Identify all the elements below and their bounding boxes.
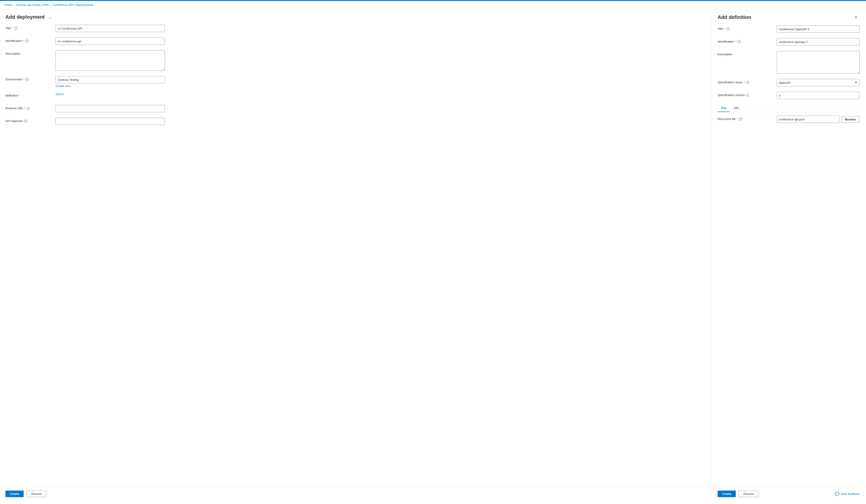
environment-row: Environment * i Create new bbox=[5, 76, 706, 88]
chevron-icon-2: › bbox=[50, 4, 51, 7]
browse-button[interactable]: Browse bbox=[841, 116, 859, 123]
runtime-url-control bbox=[56, 105, 706, 112]
feedback-icon: 💬 bbox=[835, 492, 839, 496]
description-textarea[interactable] bbox=[56, 50, 165, 71]
breadcrumb: Home › contoso-api-center | APIs › Confe… bbox=[0, 1, 866, 9]
left-panel-title: Add deployment bbox=[5, 14, 45, 20]
breadcrumb-home[interactable]: Home bbox=[4, 3, 12, 7]
right-description-row: Description bbox=[718, 51, 859, 75]
definition-select-link[interactable]: Select bbox=[56, 92, 64, 96]
right-identification-row: Identification * i bbox=[718, 38, 859, 46]
environment-required: * bbox=[23, 78, 24, 81]
right-panel-footer: Create Discard 💬 Give feedback bbox=[711, 487, 866, 501]
tab-url[interactable]: URL bbox=[730, 104, 743, 112]
environment-control: Create new bbox=[56, 76, 706, 88]
right-identification-label: Identification * i bbox=[718, 38, 777, 43]
right-title-info-icon: i bbox=[726, 27, 730, 31]
right-title-required: * bbox=[724, 27, 725, 31]
environment-label: Environment * i bbox=[5, 76, 56, 81]
main-layout: Add deployment ... Title * i Identificat… bbox=[0, 9, 866, 501]
ellipsis-button[interactable]: ... bbox=[47, 14, 54, 20]
identification-control bbox=[56, 37, 706, 45]
give-feedback-link[interactable]: 💬 Give feedback bbox=[835, 492, 859, 496]
left-panel-footer: Create Discard bbox=[0, 487, 711, 501]
spec-version-input[interactable] bbox=[777, 92, 859, 99]
left-discard-button[interactable]: Discard bbox=[26, 491, 46, 497]
close-button[interactable]: × bbox=[852, 14, 859, 21]
environment-info-icon: i bbox=[25, 78, 29, 81]
identification-label: Identification * i bbox=[5, 37, 56, 43]
create-new-link[interactable]: Create new bbox=[56, 84, 706, 88]
title-row: Title * i bbox=[5, 25, 706, 33]
title-label: Title * i bbox=[5, 25, 56, 30]
api-approver-info-icon: i bbox=[24, 120, 27, 123]
left-form-body: Title * i Identification * i bbox=[0, 23, 711, 487]
tab-file[interactable]: File bbox=[718, 104, 730, 112]
right-create-button[interactable]: Create bbox=[718, 491, 736, 497]
give-feedback-label: Give feedback bbox=[841, 492, 859, 495]
api-approver-label: API Approver i bbox=[5, 118, 56, 123]
breadcrumb-deployments[interactable]: Conference API | Deployments bbox=[53, 3, 93, 7]
right-identification-required: * bbox=[735, 40, 736, 43]
spec-version-label: Specification version i bbox=[718, 92, 777, 97]
definition-row: Definition * Select bbox=[5, 92, 706, 100]
right-discard-button[interactable]: Discard bbox=[739, 491, 758, 497]
title-control bbox=[56, 25, 706, 32]
chevron-icon-3: › bbox=[95, 4, 96, 7]
right-title-label: Title * i bbox=[718, 25, 777, 31]
runtime-url-required: * bbox=[24, 107, 25, 110]
left-create-button[interactable]: Create bbox=[5, 491, 24, 497]
runtime-url-row: Runtime URL * i bbox=[5, 105, 706, 113]
chevron-icon-1: › bbox=[14, 4, 15, 7]
spec-version-info-icon: i bbox=[746, 93, 749, 97]
left-panel: Add deployment ... Title * i Identificat… bbox=[0, 9, 711, 501]
breadcrumb-api-center[interactable]: contoso-api-center | APIs bbox=[16, 3, 49, 7]
document-file-info-icon: i bbox=[739, 117, 742, 121]
right-title-input[interactable] bbox=[777, 25, 859, 33]
spec-version-control bbox=[777, 92, 859, 99]
right-identification-control bbox=[777, 38, 859, 46]
spec-name-select[interactable]: OpenAPI AsyncAPI WSDL WADL GraphQL gRPC … bbox=[777, 79, 859, 86]
left-panel-header: Add deployment ... bbox=[0, 9, 711, 23]
file-url-tabs: File URL bbox=[718, 104, 859, 112]
runtime-url-info-icon: i bbox=[27, 107, 30, 110]
right-description-control bbox=[777, 51, 859, 75]
right-identification-input[interactable] bbox=[777, 38, 859, 46]
spec-name-info-icon: i bbox=[746, 81, 749, 84]
document-file-label: Document file * i bbox=[718, 116, 777, 121]
document-file-input[interactable] bbox=[777, 116, 839, 123]
right-panel-header: Add definition × bbox=[711, 9, 866, 23]
runtime-url-label: Runtime URL * i bbox=[5, 105, 56, 110]
definition-control: Select bbox=[56, 92, 706, 96]
document-file-row: Document file * i Browse bbox=[718, 116, 859, 124]
right-description-textarea[interactable] bbox=[777, 51, 859, 74]
right-title-row: Title * i bbox=[718, 25, 859, 34]
description-row: Description bbox=[5, 50, 706, 71]
document-file-control: Browse bbox=[777, 116, 859, 123]
spec-version-row: Specification version i bbox=[718, 92, 859, 100]
description-control bbox=[56, 50, 706, 71]
api-approver-control bbox=[56, 118, 706, 125]
spec-name-control: OpenAPI AsyncAPI WSDL WADL GraphQL gRPC … bbox=[777, 79, 859, 86]
spec-name-required: * bbox=[744, 81, 745, 84]
title-input[interactable] bbox=[56, 25, 165, 32]
identification-input[interactable] bbox=[56, 37, 165, 45]
identification-info-icon: i bbox=[25, 40, 29, 43]
right-description-label: Description bbox=[718, 51, 777, 56]
runtime-url-input[interactable] bbox=[56, 105, 165, 112]
environment-input[interactable] bbox=[56, 76, 165, 83]
description-label: Description bbox=[5, 50, 56, 55]
title-info-icon: i bbox=[14, 27, 18, 30]
spec-name-row: Specification name * i OpenAPI AsyncAPI … bbox=[718, 79, 859, 87]
definition-required: * bbox=[19, 94, 20, 97]
right-identification-info-icon: i bbox=[737, 40, 741, 43]
title-required: * bbox=[12, 26, 13, 30]
definition-label: Definition * bbox=[5, 92, 56, 97]
identification-required: * bbox=[23, 39, 24, 43]
spec-name-label: Specification name * i bbox=[718, 79, 777, 84]
document-file-required: * bbox=[737, 117, 738, 121]
right-footer-buttons: Create Discard bbox=[718, 491, 758, 497]
identification-row: Identification * i bbox=[5, 37, 706, 46]
api-approver-input[interactable] bbox=[56, 118, 165, 125]
right-panel: Add definition × Title * i Identificatio… bbox=[711, 9, 866, 501]
